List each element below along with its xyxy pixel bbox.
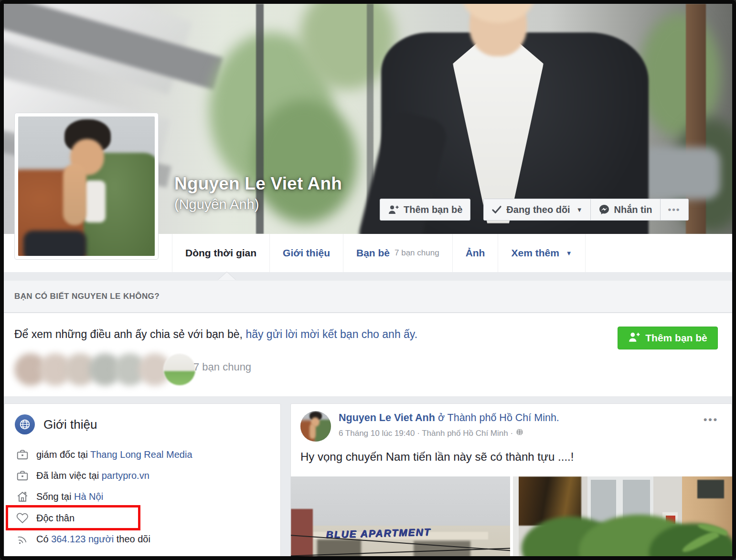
post-header: Nguyen Le Viet Anhở Thành phố Hồ Chí Min… bbox=[339, 412, 559, 424]
workplace-link[interactable]: Thang Long Real Media bbox=[90, 449, 192, 460]
message-label: Nhắn tin bbox=[614, 204, 652, 215]
mutual-friends-badge: 7 bạn chung bbox=[395, 248, 439, 258]
intro-card: Giới thiệu giám đốc tại Thang Long Real … bbox=[4, 403, 281, 556]
add-friend-green-label: Thêm bạn bè bbox=[645, 332, 707, 344]
post-author-link[interactable]: Nguyen Le Viet Anh bbox=[339, 412, 435, 423]
caret-down-icon: ▼ bbox=[566, 250, 572, 257]
photo-shape bbox=[414, 541, 470, 556]
active-tab-pointer bbox=[218, 272, 236, 280]
friend-invite-section: Để xem những điều anh ấy chia sẻ với bạn… bbox=[4, 313, 732, 396]
cover-car-shape bbox=[639, 147, 720, 200]
know-banner: BẠN CÓ BIẾT NGUYEN LE KHÔNG? bbox=[4, 281, 732, 313]
intro-item-text: Sống tại Hà Nội bbox=[36, 491, 103, 502]
intro-item-lives-in: Sống tại Hà Nội bbox=[4, 486, 280, 507]
more-actions-button[interactable]: ••• bbox=[661, 199, 688, 220]
city-link[interactable]: Hà Nội bbox=[74, 491, 103, 502]
secondary-actions-group: Đang theo dõi ▼ Nhắn tin ••• bbox=[483, 199, 688, 221]
following-button[interactable]: Đang theo dõi ▼ bbox=[484, 199, 590, 220]
tab-more[interactable]: Xem thêm▼ bbox=[498, 234, 585, 272]
intro-item-text: giám đốc tại Thang Long Real Media bbox=[36, 449, 192, 460]
messenger-icon bbox=[598, 204, 610, 215]
photo-shape bbox=[697, 480, 724, 498]
section-divider-strip bbox=[4, 272, 732, 281]
profile-nickname: (Nguyên Anh) bbox=[174, 197, 342, 212]
mutual-friends-avatars[interactable] bbox=[14, 353, 188, 386]
home-icon bbox=[16, 491, 29, 503]
privacy-globe-icon bbox=[516, 428, 523, 438]
post-more-button[interactable]: ••• bbox=[701, 413, 721, 426]
following-label: Đang theo dõi bbox=[506, 204, 570, 215]
person-add-icon bbox=[388, 204, 399, 215]
intro-header: Giới thiệu bbox=[4, 404, 280, 437]
tab-about[interactable]: Giới thiệu bbox=[270, 234, 343, 272]
post-photo-right[interactable] bbox=[513, 476, 732, 556]
intro-item-relationship: Độc thân bbox=[4, 507, 280, 528]
caret-down-icon: ▼ bbox=[576, 206, 583, 213]
intro-item-work: giám đốc tại Thang Long Real Media bbox=[4, 444, 280, 465]
intro-item-followers: Có 364.123 người theo dõi bbox=[4, 528, 280, 549]
tab-about-label: Giới thiệu bbox=[283, 247, 330, 259]
screenshot-frame: Nguyen Le Viet Anh (Nguyên Anh) Thêm bạn… bbox=[0, 0, 736, 560]
tab-timeline[interactable]: Dòng thời gian bbox=[172, 234, 270, 272]
followers-count-link[interactable]: 364.123 người bbox=[51, 534, 114, 544]
post-meta-line: 6 Tháng 10 lúc 19:40 · Thành phố Hồ Chí … bbox=[339, 428, 523, 438]
cover-action-buttons: Thêm bạn bè Đang theo dõi ▼ Nhắn tin bbox=[380, 199, 689, 221]
briefcase-icon bbox=[16, 470, 29, 481]
post-author-avatar[interactable] bbox=[300, 411, 331, 442]
photo-shape bbox=[291, 509, 313, 556]
friend-invite-message: Để xem những điều anh ấy chia sẻ với bạn… bbox=[14, 328, 417, 341]
send-friend-request-link[interactable]: hãy gửi lời mời kết bạn cho anh ấy. bbox=[245, 328, 417, 340]
photo-shirt-shape bbox=[84, 180, 106, 222]
add-friend-button-green[interactable]: Thêm bạn bè bbox=[618, 327, 718, 349]
profile-photo-image bbox=[18, 116, 155, 256]
profile-name-block: Nguyen Le Viet Anh (Nguyên Anh) bbox=[174, 174, 342, 212]
person-add-icon bbox=[628, 331, 640, 345]
globe-icon bbox=[15, 414, 35, 434]
rss-icon bbox=[16, 533, 29, 545]
photo-shape bbox=[513, 476, 519, 556]
tab-photos[interactable]: Ảnh bbox=[453, 234, 499, 272]
facebook-profile-page: Nguyen Le Viet Anh (Nguyên Anh) Thêm bạn… bbox=[4, 4, 732, 556]
dots-icon: ••• bbox=[704, 414, 718, 425]
dots-icon: ••• bbox=[668, 204, 681, 215]
avatar-shape bbox=[309, 424, 316, 439]
post-timestamp[interactable]: 6 Tháng 10 lúc 19:40 · Thành phố Hồ Chí … bbox=[339, 429, 513, 438]
intro-item-text: Có 364.123 người theo dõi bbox=[36, 534, 150, 545]
tab-timeline-label: Dòng thời gian bbox=[185, 247, 256, 259]
profile-name: Nguyen Le Viet Anh bbox=[174, 174, 342, 194]
mutual-friends-count: 7 bạn chung bbox=[193, 361, 251, 373]
post-card: Nguyen Le Viet Anhở Thành phố Hồ Chí Min… bbox=[290, 403, 732, 556]
tab-friends-label: Bạn bè bbox=[356, 247, 390, 259]
heart-icon bbox=[16, 512, 29, 524]
post-text: Hy vọng chuyến Nam tiến lần này sẽ có th… bbox=[300, 450, 574, 464]
tab-more-label: Xem thêm bbox=[511, 247, 559, 259]
briefcase-icon bbox=[16, 449, 29, 460]
tab-friends[interactable]: Bạn bè7 bạn chung bbox=[343, 234, 453, 272]
profile-photo[interactable] bbox=[14, 113, 159, 260]
know-banner-title: BẠN CÓ BIẾT NGUYEN LE KHÔNG? bbox=[14, 292, 160, 301]
intro-item-past-work: Đã làm việc tại partypro.vn bbox=[4, 465, 280, 486]
post-location-link[interactable]: ở Thành phố Hồ Chí Minh. bbox=[438, 412, 559, 423]
intro-item-text: Độc thân bbox=[36, 513, 75, 524]
intro-title: Giới thiệu bbox=[43, 417, 97, 432]
add-friend-button[interactable]: Thêm bạn bè bbox=[380, 199, 470, 221]
post-photos: BLUE APARTMENT bbox=[291, 476, 732, 556]
invite-message-text: Để xem những điều anh ấy chia sẻ với bạn… bbox=[14, 328, 245, 340]
past-workplace-link[interactable]: partypro.vn bbox=[102, 470, 149, 481]
check-icon bbox=[491, 205, 502, 214]
intro-item-text: Đã làm việc tại partypro.vn bbox=[36, 470, 149, 481]
blurred-avatar bbox=[163, 353, 196, 386]
intro-list: giám đốc tại Thang Long Real Media Đã là… bbox=[4, 444, 280, 549]
tab-photos-label: Ảnh bbox=[466, 247, 485, 259]
message-button[interactable]: Nhắn tin bbox=[591, 199, 660, 220]
add-friend-label: Thêm bạn bè bbox=[404, 204, 462, 215]
post-photo-left[interactable]: BLUE APARTMENT bbox=[291, 476, 510, 556]
photo-hands-shape bbox=[63, 164, 86, 225]
photo-pants-shape bbox=[23, 231, 86, 256]
